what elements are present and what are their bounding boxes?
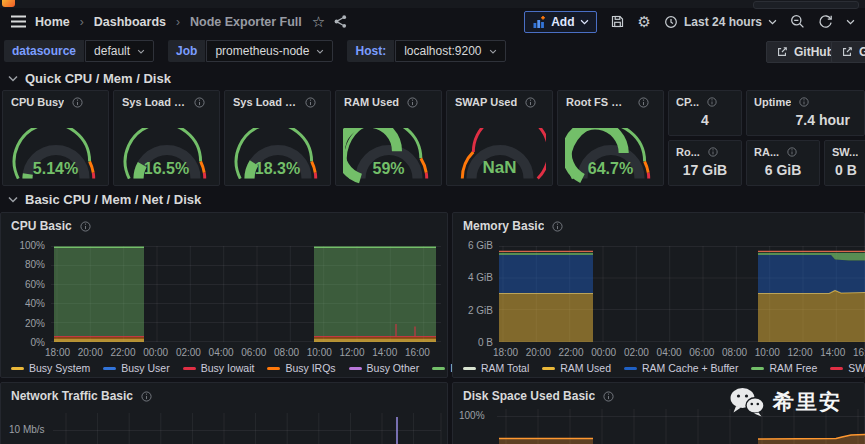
legend-swatch-icon: [830, 367, 843, 370]
chevron-down-icon: [137, 49, 145, 54]
stat-value: 7.4 hour: [747, 112, 864, 128]
legend-item[interactable]: Busy System: [11, 362, 90, 374]
breadcrumb-home[interactable]: Home: [35, 15, 70, 29]
panel-title[interactable]: Root FS Used: [566, 96, 630, 108]
chevron-down-icon: [316, 49, 324, 54]
panel-title[interactable]: Ro...: [676, 146, 700, 158]
variable-label: datasource: [4, 40, 84, 62]
datasource-select[interactable]: default: [85, 40, 154, 62]
info-icon[interactable]: [708, 147, 718, 157]
favorite-star-icon[interactable]: ☆: [312, 13, 325, 31]
info-icon[interactable]: [72, 97, 83, 108]
legend-item[interactable]: Busy Iowait: [183, 362, 255, 374]
add-panel-icon: [532, 15, 546, 29]
cpu-data-window-1: [54, 247, 144, 342]
section-collapse-chevron-icon: [8, 196, 18, 203]
info-icon[interactable]: [525, 97, 536, 108]
time-range-picker[interactable]: Last 24 hours: [664, 15, 777, 29]
axis-tick-label: 22:00: [558, 347, 583, 358]
panel-title[interactable]: CPU Basic: [11, 219, 72, 233]
axis-tick-label: 20%: [25, 318, 45, 329]
network-chart-canvas[interactable]: [1, 383, 449, 444]
share-icon[interactable]: [333, 14, 348, 29]
memory-data-window-2: [758, 251, 865, 342]
legend-item[interactable]: Busy User: [103, 362, 169, 374]
panel-title[interactable]: CP...: [676, 96, 699, 108]
legend-label: RAM Total: [481, 362, 529, 374]
legend-item[interactable]: RAM Free: [751, 362, 817, 374]
panel-sys-load-1m: Sys Load (1... 18.3%: [224, 90, 331, 186]
legend-swatch-icon: [432, 367, 445, 370]
legend-label: SWAP Used: [848, 362, 865, 374]
axis-tick-label: 12:00: [787, 347, 812, 358]
github-link-label: GitHub: [794, 45, 834, 59]
dashboard-settings-gear-icon[interactable]: ⚙: [638, 13, 651, 31]
axis-tick-label: 02:00: [176, 347, 201, 358]
variable-label: Host:: [347, 40, 394, 62]
section-quick-cpu-mem-disk[interactable]: Quick CPU / Mem / Disk: [8, 71, 171, 86]
panel-cpu-busy: CPU Busy 5.14%: [2, 90, 109, 186]
info-icon[interactable]: [787, 147, 797, 157]
axis-tick-label: 2 GiB: [468, 305, 493, 316]
hamburger-menu-icon[interactable]: [10, 14, 27, 29]
gauge-value: 5.14%: [3, 160, 108, 178]
info-icon[interactable]: [407, 97, 418, 108]
chevron-down-icon: [580, 19, 589, 25]
grafana-link-button[interactable]: Gra: [831, 41, 865, 63]
cpu-chart-canvas[interactable]: [51, 246, 441, 342]
axis-tick-label: 20:00: [526, 347, 551, 358]
zoom-out-time-icon[interactable]: [790, 14, 805, 29]
gauge-value: NaN: [447, 158, 552, 178]
gauge-value: 18.3%: [225, 160, 330, 178]
panel-cpu-basic: CPU Basic 100%80%60%40%20%0%: [0, 212, 448, 378]
panel-title[interactable]: Memory Basic: [463, 219, 544, 233]
job-select[interactable]: prometheus-node: [206, 40, 333, 62]
panel-title[interactable]: RA...: [754, 146, 779, 158]
info-icon[interactable]: [194, 97, 205, 108]
info-icon[interactable]: [799, 97, 809, 107]
memory-y-axis: 6 GiB4 GiB2 GiB0 B: [453, 240, 496, 348]
save-dashboard-icon[interactable]: [610, 14, 625, 29]
legend-item[interactable]: Busy IRQs: [267, 362, 335, 374]
breadcrumb-current-dashboard: Node Exporter Full: [190, 15, 302, 29]
legend-swatch-icon: [11, 367, 24, 370]
legend-item[interactable]: RAM Total: [463, 362, 529, 374]
info-icon[interactable]: [80, 221, 91, 232]
panel-title[interactable]: SW...: [832, 146, 858, 158]
panel-disk-space-used-basic: Disk Space Used Basic 100%: [452, 382, 865, 444]
panel-title[interactable]: Sys Load (5...: [122, 96, 186, 108]
refresh-interval-chevron-icon[interactable]: [846, 19, 855, 25]
info-icon[interactable]: [707, 97, 717, 107]
panel-title[interactable]: Uptime: [754, 96, 791, 108]
legend-swatch-icon: [751, 367, 764, 370]
breadcrumb-dashboards[interactable]: Dashboards: [94, 15, 166, 29]
legend-item[interactable]: Busy Other: [349, 362, 420, 374]
legend-item[interactable]: RAM Cache + Buffer: [624, 362, 738, 374]
panel-title[interactable]: Sys Load (1...: [233, 96, 297, 108]
panel-cpu-cores: CP... 4: [668, 90, 742, 136]
panel-title[interactable]: RAM Used: [344, 96, 399, 108]
section-basic-cpu-mem-net-disk[interactable]: Basic CPU / Mem / Net / Disk: [8, 192, 201, 207]
host-select[interactable]: localhost:9200: [395, 40, 505, 62]
panel-network-traffic-basic: Network Traffic Basic 10 Mb/s: [0, 382, 448, 444]
panel-root-fs-used: Root FS Used 64.7%: [557, 90, 664, 186]
add-button[interactable]: Add: [524, 11, 596, 33]
panel-sys-load-5m: Sys Load (5... 16.5%: [113, 90, 220, 186]
axis-tick-label: 14:00: [372, 347, 397, 358]
info-icon[interactable]: [638, 97, 649, 108]
legend-item[interactable]: RAM Used: [542, 362, 611, 374]
legend-label: Busy Other: [367, 362, 420, 374]
info-icon[interactable]: [305, 97, 316, 108]
watermark: 希里安: [729, 387, 842, 417]
chevron-down-icon: [489, 49, 497, 54]
panel-title[interactable]: CPU Busy: [11, 96, 64, 108]
refresh-icon[interactable]: [818, 14, 833, 29]
time-range-label: Last 24 hours: [684, 15, 762, 29]
axis-tick-label: 0 B: [478, 337, 493, 348]
info-icon[interactable]: [552, 221, 563, 232]
disk-data-window-2: [758, 435, 865, 444]
panel-title[interactable]: SWAP Used: [455, 96, 517, 108]
memory-chart-canvas[interactable]: [499, 246, 865, 342]
stat-value: 17 GiB: [669, 162, 741, 178]
legend-item[interactable]: SWAP Used: [830, 362, 865, 374]
